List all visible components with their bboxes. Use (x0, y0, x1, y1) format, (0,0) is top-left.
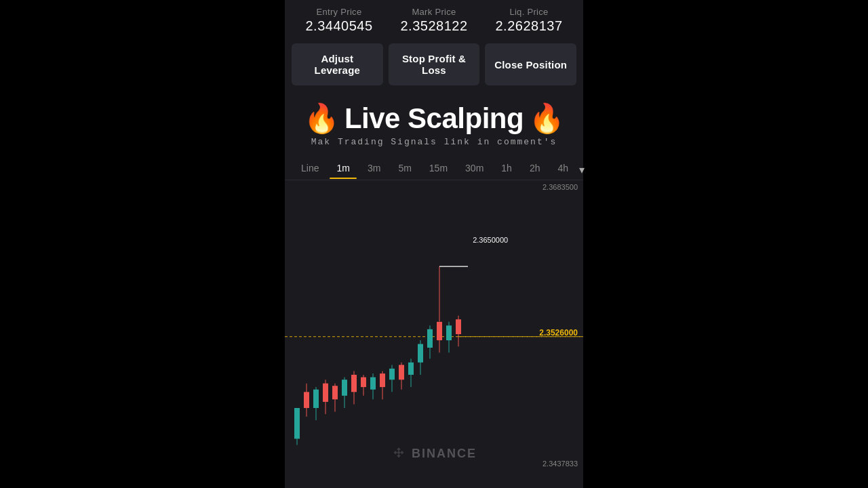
svg-rect-26 (370, 378, 376, 390)
svg-marker-60 (397, 454, 400, 458)
chart-price-highlight: 2.3526000 (539, 328, 578, 338)
candlestick-chart (285, 180, 583, 488)
tf-2h[interactable]: 2h (523, 160, 547, 179)
entry-price-label: Entry Price (317, 7, 362, 17)
svg-rect-23 (361, 378, 366, 388)
svg-marker-59 (400, 451, 403, 454)
banner-title-text: Live Scalping (344, 104, 524, 133)
tf-4h[interactable]: 4h (551, 160, 575, 179)
svg-rect-8 (313, 390, 319, 408)
price-row: Entry Price 2.3440545 Mark Price 2.35281… (285, 0, 583, 38)
svg-rect-17 (342, 380, 347, 396)
mark-price-col: Mark Price 2.3528122 (400, 7, 467, 34)
binance-watermark: BINANCE (391, 446, 477, 461)
svg-rect-5 (304, 392, 309, 408)
timeframe-row: Line 1m 3m 5m 15m 30m 1h 2h 4h ▾ (285, 154, 583, 180)
mark-price-value: 2.3528122 (400, 18, 467, 34)
svg-rect-29 (380, 373, 385, 387)
chart-price-top: 2.3683500 (542, 183, 578, 191)
chart-area: 2.3683500 2.3526000 2.3437833 (285, 180, 583, 488)
chart-callout-label: 2.3650000 (473, 236, 508, 244)
fire-icon-right: 🔥 (529, 104, 564, 133)
binance-text: BINANCE (412, 447, 477, 461)
action-buttons-row: Adjust Leverage Stop Profit & Loss Close… (285, 38, 583, 92)
banner-subtitle: Mak Trading Signals link in comment's (311, 137, 557, 147)
tf-3m[interactable]: 3m (361, 160, 387, 179)
tf-1h[interactable]: 1h (494, 160, 519, 179)
svg-rect-32 (389, 369, 395, 380)
svg-rect-51 (446, 325, 452, 340)
chart-price-bottom: 2.3437833 (542, 460, 578, 468)
liq-price-label: Liq. Price (509, 7, 548, 17)
svg-marker-58 (394, 451, 397, 454)
live-scalping-banner: 🔥 Live Scalping 🔥 Mak Trading Signals li… (285, 92, 583, 154)
svg-rect-35 (399, 365, 404, 380)
fire-icon-left: 🔥 (304, 104, 339, 133)
svg-rect-41 (418, 344, 423, 363)
svg-rect-47 (437, 322, 442, 340)
stop-profit-loss-button[interactable]: Stop Profit & Loss (389, 43, 480, 85)
svg-rect-54 (456, 319, 461, 334)
close-position-button[interactable]: Close Position (485, 43, 576, 85)
svg-rect-11 (323, 384, 328, 402)
tf-30m[interactable]: 30m (458, 160, 490, 179)
tf-15m[interactable]: 15m (422, 160, 454, 179)
entry-price-value: 2.3440545 (305, 18, 372, 34)
banner-title: 🔥 Live Scalping 🔥 (304, 104, 564, 133)
svg-rect-2 (294, 408, 300, 439)
adjust-leverage-button[interactable]: Adjust Leverage (292, 43, 383, 85)
svg-rect-20 (351, 375, 357, 392)
svg-marker-57 (397, 447, 400, 451)
tf-line[interactable]: Line (294, 160, 326, 179)
liq-price-value: 2.2628137 (495, 18, 562, 34)
entry-price-col: Entry Price 2.3440545 (305, 7, 372, 34)
svg-rect-38 (408, 363, 414, 375)
svg-marker-61 (397, 451, 400, 454)
mark-price-label: Mark Price (412, 7, 456, 17)
tf-5m[interactable]: 5m (391, 160, 418, 179)
timeframe-dropdown-button[interactable]: ▾ (579, 159, 585, 180)
svg-rect-14 (332, 386, 338, 399)
liq-price-col: Liq. Price 2.2628137 (495, 7, 562, 34)
tf-1m[interactable]: 1m (330, 160, 356, 179)
